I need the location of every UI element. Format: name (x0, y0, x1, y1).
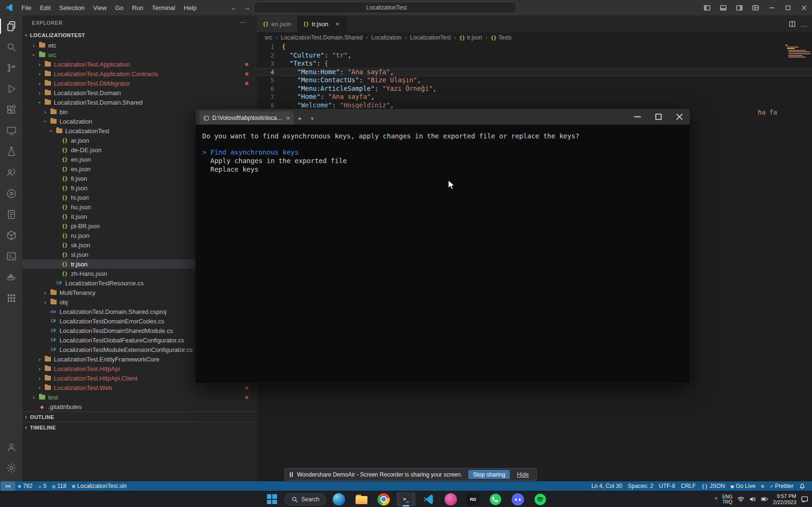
tab-close-button[interactable]: × (334, 20, 341, 28)
activity-source-control-icon[interactable] (0, 58, 22, 78)
breadcrumb-localizationtest[interactable]: LocalizationTest (410, 34, 450, 41)
start-button[interactable] (262, 492, 281, 507)
tree-item-test[interactable]: ›test (22, 392, 257, 402)
activity-run-debug-icon[interactable] (0, 78, 22, 99)
remote-indicator[interactable]: >< (1, 481, 15, 491)
activity-explorer-icon[interactable] (0, 16, 22, 37)
terminal-close-button[interactable] (669, 109, 690, 125)
indentation[interactable]: Spaces: 2 (625, 481, 656, 491)
activity-search-icon[interactable] (0, 37, 22, 58)
tab-tr-json[interactable]: {}tr.json× (297, 16, 347, 32)
clock[interactable]: 9:57 PM 2/22/2023 (773, 493, 796, 506)
docker-status[interactable]: ≋ (758, 481, 767, 491)
project-section-header[interactable]: › LOCALIZATIONTEST (22, 30, 257, 40)
terminal-tab-close-button[interactable]: × (286, 115, 290, 122)
new-tab-button[interactable]: + (294, 111, 306, 125)
panel-timeline[interactable]: ›TIMELINE (22, 422, 257, 432)
tree-item-gitattributes[interactable]: ◆.gitattributes (22, 402, 257, 411)
go-live[interactable]: ◉Go Live (728, 481, 758, 491)
edge-taskbar-button[interactable] (329, 492, 348, 507)
activity-run-circle-icon[interactable] (0, 183, 22, 204)
tree-item-localizationtest-domain[interactable]: ›LocalizationTest.Domain (22, 88, 257, 98)
activity-testing-icon[interactable] (0, 141, 22, 162)
tree-item-localizationtest-application-contracts[interactable]: ›LocalizationTest.Application.Contracts (22, 69, 257, 78)
warnings-count[interactable]: ⚠5 (35, 481, 49, 491)
activity-apps-grid-icon[interactable] (0, 288, 22, 309)
breadcrumb-texts[interactable]: {}Texts (491, 34, 512, 41)
eol-sequence[interactable]: CRLF (678, 481, 698, 491)
rider-taskbar-button[interactable]: RD (464, 492, 483, 507)
notification-center-icon[interactable] (801, 496, 808, 503)
menu-help[interactable]: Help (179, 0, 201, 16)
split-editor-button[interactable] (789, 20, 796, 28)
minimap[interactable] (783, 44, 811, 59)
tree-item-src[interactable]: ›src (22, 50, 257, 59)
command-center-search[interactable]: LocalizationTest (254, 2, 516, 13)
toggle-panel-button[interactable] (715, 0, 731, 16)
volume-icon[interactable] (749, 496, 756, 503)
menu-selection[interactable]: Selection (55, 0, 89, 16)
customize-layout-button[interactable] (747, 0, 763, 16)
prettier[interactable]: ✓Prettier (767, 481, 796, 491)
terminal-option-replace-keys[interactable]: Replace keys (202, 165, 683, 174)
activity-account-icon[interactable] (0, 437, 22, 458)
tree-item-localizationtest-application[interactable]: ›LocalizationTest.Application (22, 59, 257, 69)
toggle-sidebar-button[interactable] (699, 0, 715, 16)
counter-badge[interactable]: ◎118 (50, 481, 69, 491)
activity-docs-icon[interactable] (0, 204, 22, 225)
taskbar-search[interactable]: Search (285, 493, 326, 506)
cursor-position[interactable]: Ln 4, Col 30 (588, 481, 625, 491)
menu-go[interactable]: Go (111, 0, 128, 16)
breadcrumb-tr-json[interactable]: {}tr.json (459, 34, 482, 41)
menu-terminal[interactable]: Terminal (148, 0, 179, 16)
terminal-option-apply-changes-in-the-exported-file[interactable]: Apply changes in the exported file (202, 156, 683, 165)
tree-item-localizationtest-domain-shared[interactable]: ›LocalizationTest.Domain.Shared (22, 98, 257, 107)
panel-outline[interactable]: ›OUTLINE (22, 411, 257, 422)
terminal-title-bar[interactable]: D:\Volosoft\abp\tools\localiza × + ∨ (196, 109, 690, 125)
back-button[interactable]: ← (228, 0, 240, 16)
wifi-icon[interactable] (737, 496, 744, 503)
tree-item-localizationtest-web[interactable]: ›LocalizationTest.Web (22, 383, 257, 392)
breadcrumb-localization[interactable]: Localization (371, 34, 401, 41)
explorer-more-actions[interactable]: … (239, 17, 247, 24)
tab-dropdown-button[interactable]: ∨ (306, 111, 318, 125)
menu-view[interactable]: View (89, 0, 111, 16)
windows-terminal-taskbar-button[interactable]: >_ (396, 492, 416, 507)
terminal-minimize-button[interactable] (627, 109, 648, 125)
forward-button[interactable]: → (241, 0, 253, 16)
terminal-tab[interactable]: D:\Volosoft\abp\tools\localiza × (199, 111, 294, 125)
terminal-maximize-button[interactable] (648, 109, 669, 125)
activity-terminal-icon[interactable] (0, 246, 22, 267)
errors-count[interactable]: ⊗782 (15, 481, 36, 491)
discord-taskbar-button[interactable] (508, 492, 527, 507)
activity-extensions-icon[interactable] (0, 99, 22, 120)
activity-live-share-icon[interactable] (0, 162, 22, 183)
file-explorer-taskbar-button[interactable] (352, 492, 371, 507)
stop-sharing-button[interactable]: Stop sharing (468, 470, 510, 479)
chrome-taskbar-button[interactable] (374, 492, 393, 507)
activity-containers-icon[interactable] (0, 225, 22, 246)
menu-edit[interactable]: Edit (36, 0, 55, 16)
hide-button[interactable]: Hide (514, 470, 532, 479)
toggle-secondary-sidebar-button[interactable] (731, 0, 747, 16)
terminal-option-find-asynchronous-keys[interactable]: >Find asynchronous keys (202, 148, 683, 156)
window-minimize-button[interactable] (763, 0, 780, 16)
window-maximize-button[interactable] (780, 0, 796, 16)
whatsapp-taskbar-button[interactable] (486, 492, 505, 507)
terminal-content[interactable]: Do you want to find asynchronous keys, a… (196, 125, 690, 383)
vscode-taskbar-button[interactable] (419, 492, 438, 507)
battery-icon[interactable] (761, 496, 768, 503)
window-close-button[interactable] (796, 0, 812, 16)
tree-item-etc[interactable]: ›etc (22, 40, 257, 50)
encoding[interactable]: UTF-8 (656, 481, 678, 491)
breadcrumb-src[interactable]: src (265, 34, 272, 41)
tray-expand-button[interactable]: ^ (715, 496, 718, 503)
menu-run[interactable]: Run (128, 0, 148, 16)
menu-file[interactable]: File (17, 0, 36, 16)
spotify-taskbar-button[interactable] (531, 492, 550, 507)
solution-name[interactable]: ⊞LocalizationTest.sln (69, 481, 129, 491)
language-mode[interactable]: {}JSON (699, 481, 728, 491)
language-indicator[interactable]: ENG TRQ (722, 494, 733, 505)
jetbrains-toolbox-taskbar-button[interactable] (441, 492, 460, 507)
activity-settings-icon[interactable] (0, 458, 22, 478)
